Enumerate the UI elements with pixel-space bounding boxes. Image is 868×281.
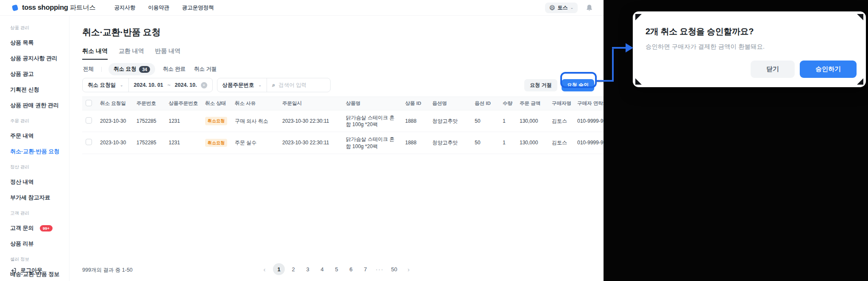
chevron-down-icon: ⌄ bbox=[259, 83, 262, 87]
corner-marker-top-left-icon bbox=[635, 14, 642, 20]
annotation-connector-line bbox=[612, 47, 614, 82]
col-cancel-status: 취소 상태 bbox=[202, 97, 231, 110]
table-row: 2023-10-30 1752285 1231 취소요청 주문 실수 2023-… bbox=[82, 132, 604, 154]
cell-quantity: 1 bbox=[499, 132, 516, 154]
filter-cancel-requested-count: 34 bbox=[139, 66, 150, 73]
tab-bar: 취소 내역 교환 내역 반품 내역 bbox=[82, 47, 604, 60]
cell-buyer-contact: 010-9999-999 bbox=[574, 132, 604, 154]
filter-all[interactable]: 전체 bbox=[82, 63, 95, 75]
filter-cancel-completed[interactable]: 취소 완료 bbox=[162, 63, 186, 75]
page-button-3[interactable]: 3 bbox=[302, 263, 314, 275]
reject-request-button[interactable]: 요청 거절 bbox=[524, 79, 557, 91]
page-button-4[interactable]: 4 bbox=[316, 263, 328, 275]
modal-title: 2개 취소 요청을 승인할까요? bbox=[645, 26, 853, 37]
search-icon: ⌕ bbox=[272, 82, 275, 88]
cell-buyer-contact: 010-9999-999 bbox=[574, 110, 604, 132]
sidebar-item-product-notice[interactable]: 상품 공지사항 관리 bbox=[10, 55, 69, 62]
search-filter-group: 상품주문번호 ⌄ ⌕ bbox=[217, 78, 331, 92]
cell-option-id: 50 bbox=[471, 110, 499, 132]
sidebar-item-cancel-exchange-return[interactable]: 취소·교환·반품 요청 bbox=[10, 148, 69, 155]
chevron-down-icon: ⌄ bbox=[570, 6, 573, 10]
cell-option-name: 청양고추맛 bbox=[429, 132, 471, 154]
annotation-arrow-icon bbox=[626, 43, 633, 52]
group-divider bbox=[128, 78, 129, 92]
logout-icon bbox=[10, 267, 17, 274]
cell-option-id: 50 bbox=[471, 132, 499, 154]
sidebar-item-promotion-apply[interactable]: 기획전 신청 bbox=[10, 86, 69, 94]
nav-link-notices[interactable]: 공지사항 bbox=[114, 4, 135, 11]
sidebar-item-order-history[interactable]: 주문 내역 bbox=[10, 132, 69, 140]
row-checkbox[interactable] bbox=[86, 117, 92, 124]
next-page-icon[interactable]: › bbox=[403, 263, 415, 275]
sidebar-section-customer: 고객 관리 bbox=[10, 210, 69, 216]
logout-button[interactable]: 로그아웃 bbox=[10, 267, 42, 274]
nav-link-terms[interactable]: 이용약관 bbox=[148, 4, 169, 11]
user-account-chip[interactable]: 😄 토스 ⌄ bbox=[545, 3, 578, 13]
approve-request-button[interactable]: 요청 승인 bbox=[562, 79, 594, 91]
page-button-6[interactable]: 6 bbox=[345, 263, 357, 275]
col-cancel-request-date: 취소 요청일 bbox=[97, 97, 133, 110]
pagination: 999개의 결과 중 1-50 ‹ 1 2 3 4 5 6 7 ··· 50 › bbox=[82, 263, 591, 276]
page-button-7[interactable]: 7 bbox=[359, 263, 371, 275]
cell-order-number: 1752285 bbox=[133, 132, 165, 154]
filter-cancel-rejected[interactable]: 취소 거절 bbox=[193, 63, 217, 75]
requests-table: 취소 요청일 주문번호 상품주문번호 취소 상태 취소 사유 주문일시 상품명 … bbox=[82, 96, 604, 154]
sidebar-item-product-ads[interactable]: 상품 광고 bbox=[10, 70, 69, 78]
cell-product-order-number: 1231 bbox=[165, 132, 202, 154]
cell-cancel-reason: 구매 의사 취소 bbox=[231, 110, 279, 132]
corner-marker-top-right-icon bbox=[857, 14, 863, 20]
page-button-2[interactable]: 2 bbox=[287, 263, 299, 275]
toss-shopping-logo[interactable]: tossshopping파트너스 bbox=[11, 3, 95, 12]
tab-cancel-history[interactable]: 취소 내역 bbox=[82, 47, 108, 60]
sidebar-item-sale-permission[interactable]: 상품 판매 권한 관리 bbox=[10, 102, 69, 109]
page-button-1[interactable]: 1 bbox=[273, 263, 285, 275]
search-input[interactable] bbox=[278, 82, 325, 88]
page-title: 취소·교환·반품 요청 bbox=[82, 26, 604, 38]
approve-confirmation-modal: 2개 취소 요청을 승인할까요? 승인하면 구매자가 결제한 금액이 환불돼요.… bbox=[633, 11, 866, 87]
page-button-5[interactable]: 5 bbox=[331, 263, 342, 275]
col-product-id: 상품 ID bbox=[402, 97, 429, 110]
annotation-connector-line bbox=[612, 47, 626, 49]
sidebar-section-order: 주문 관리 bbox=[10, 118, 69, 124]
cell-buyer-name: 김토스 bbox=[548, 110, 574, 132]
col-order-number: 주문번호 bbox=[133, 97, 165, 110]
sidebar-item-settlement-history[interactable]: 정산 내역 bbox=[10, 178, 69, 186]
table-row: 2023-10-30 1752285 1231 취소요청 구매 의사 취소 20… bbox=[82, 110, 604, 132]
select-all-checkbox[interactable] bbox=[86, 100, 92, 106]
filter-divider bbox=[101, 67, 102, 72]
prev-page-icon[interactable]: ‹ bbox=[259, 263, 270, 275]
main-content: 취소·교환·반품 요청 취소 내역 교환 내역 반품 내역 전체 취소 요청 3… bbox=[70, 16, 604, 281]
sidebar-item-customer-inquiry[interactable]: 고객 문의 99+ bbox=[10, 224, 69, 232]
corner-marker-bottom-right-icon bbox=[857, 78, 863, 85]
filter-controls-row: 취소 요청일 ⌄ 2024. 10. 01 ~ 2024. 10. ✕ 상품주문… bbox=[82, 78, 604, 92]
cell-option-name: 청양고추맛 bbox=[429, 110, 471, 132]
modal-approve-button[interactable]: 승인하기 bbox=[800, 61, 857, 78]
nav-link-ad-policy[interactable]: 광고운영정책 bbox=[182, 4, 214, 11]
logo-text: tossshopping파트너스 bbox=[22, 3, 95, 12]
date-from-value[interactable]: 2024. 10. 01 bbox=[134, 82, 164, 88]
annotation-connector-line bbox=[596, 80, 614, 82]
top-navbar: tossshopping파트너스 공지사항 이용약관 광고운영정책 😄 토스 ⌄ bbox=[0, 0, 604, 16]
chevron-down-icon: ⌄ bbox=[120, 83, 123, 87]
page-button-50[interactable]: 50 bbox=[388, 263, 400, 275]
search-type-select[interactable]: 상품주문번호 bbox=[223, 82, 254, 89]
tab-exchange-history[interactable]: 교환 내역 bbox=[119, 47, 144, 60]
sidebar-item-product-reviews[interactable]: 상품 리뷰 bbox=[10, 240, 69, 248]
sidebar-item-product-list[interactable]: 상품 목록 bbox=[10, 39, 69, 47]
date-to-value[interactable]: 2024. 10. bbox=[175, 82, 197, 88]
sidebar-item-vat-reference[interactable]: 부가세 참고자료 bbox=[10, 194, 69, 201]
filter-cancel-requested-label: 취소 요청 bbox=[114, 66, 136, 73]
clear-date-icon[interactable]: ✕ bbox=[201, 82, 207, 88]
group-divider bbox=[267, 78, 267, 92]
app-window: tossshopping파트너스 공지사항 이용약관 광고운영정책 😄 토스 ⌄… bbox=[0, 0, 604, 281]
cell-product-id: 1888 bbox=[402, 110, 429, 132]
row-checkbox[interactable] bbox=[86, 139, 92, 145]
date-type-select[interactable]: 취소 요청일 bbox=[88, 82, 116, 89]
tab-return-history[interactable]: 반품 내역 bbox=[155, 47, 181, 60]
col-quantity: 수량 bbox=[499, 97, 516, 110]
modal-close-button[interactable]: 닫기 bbox=[751, 61, 795, 78]
col-buyer-contact: 구매자 연락처 bbox=[574, 97, 604, 110]
filter-cancel-requested[interactable]: 취소 요청 34 bbox=[108, 63, 155, 75]
notification-bell-icon[interactable] bbox=[586, 4, 593, 11]
col-order-amount: 주문 금액 bbox=[516, 97, 548, 110]
